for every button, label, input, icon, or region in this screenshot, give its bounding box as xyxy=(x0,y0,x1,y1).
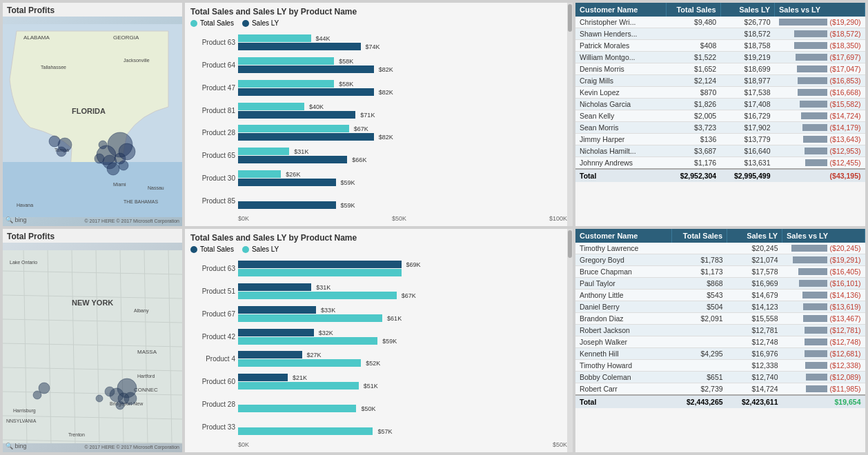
cell-vs-ly: ($13,643) xyxy=(775,134,865,145)
map-area: ALABAMAGEORGIATallahasseeJacksonvilleFLO… xyxy=(3,17,182,225)
vs-ly-value: ($14,179) xyxy=(830,123,861,132)
cell-name: Sean Kelly xyxy=(575,110,667,122)
table-row: Joseph Walker$12,748($12,748) xyxy=(575,336,865,348)
data-table: Customer NameTotal SalesSales LYSales vs… xyxy=(575,229,865,408)
cell-total-sales: $1,652 xyxy=(667,63,720,75)
sparkbar xyxy=(803,136,827,143)
cell-name: Patrick Morales xyxy=(575,40,667,52)
bar-row: Product 63$69K xyxy=(190,259,567,277)
bar-ly-label: $71K xyxy=(360,112,375,119)
cell-sales-ly: $18,758 xyxy=(720,40,774,52)
bar-row: Product 85$59K xyxy=(190,192,567,210)
scroll-thumb[interactable] xyxy=(568,4,572,32)
legend-item: Total Sales xyxy=(190,245,234,253)
bar-label: Product 65 xyxy=(190,152,235,159)
svg-point-18 xyxy=(99,141,107,149)
vs-ly-value: ($12,455) xyxy=(830,159,861,167)
cell-total-sales xyxy=(672,243,727,254)
table-header-row: Customer NameTotal SalesSales LYSales vs… xyxy=(575,229,865,243)
svg-text:Miami: Miami xyxy=(113,182,126,187)
map-copyright: © 2017 HERE © 2017 Microsoft Corporation xyxy=(84,445,179,449)
cell-sales-ly: $26,770 xyxy=(720,17,774,28)
svg-point-17 xyxy=(107,163,119,175)
bar-total: $27K xyxy=(238,351,302,358)
svg-text:Hartford: Hartford xyxy=(137,374,155,378)
legend-label: Sales LY xyxy=(252,19,279,27)
legend-dot xyxy=(242,246,249,253)
bar-total-label: $69K xyxy=(406,261,421,268)
svg-text:THE BAHAMAS: THE BAHAMAS xyxy=(124,199,159,204)
bar-row: Product 28$67K$82K xyxy=(190,124,567,142)
chart-panel-1: Total Sales and Sales LY by Product Name… xyxy=(185,229,573,452)
col-header-1: Total Sales xyxy=(672,229,727,243)
footer-cell-3: $19,654 xyxy=(782,395,865,408)
bar-ly: $50K xyxy=(238,405,356,412)
footer-cell-0: Total xyxy=(575,395,672,408)
vs-ly-value: ($12,089) xyxy=(830,373,861,381)
table-row: Sean Kelly$2,005$16,729($14,724) xyxy=(575,110,865,122)
bar-ly-label: $59K xyxy=(341,179,355,186)
chart-xaxis: $0K$50K xyxy=(190,441,567,448)
sparkbar xyxy=(801,112,827,119)
panel-row-1: Total ProfitsLake OntarioNEW YORKAlbanyM… xyxy=(3,229,865,452)
scrollbar[interactable] xyxy=(567,3,573,226)
sparkbar xyxy=(803,303,827,310)
map-title: Total Profits xyxy=(3,3,182,17)
sparkbar xyxy=(794,42,827,49)
bar-group: $67K$82K xyxy=(238,125,567,141)
vs-ly-value: ($12,681) xyxy=(830,350,861,358)
sparkbar xyxy=(793,256,827,263)
bar-label: Product 33 xyxy=(190,423,235,431)
bar-label: Product 63 xyxy=(190,39,235,46)
vs-ly-value: ($14,136) xyxy=(830,291,861,299)
vs-ly-value: ($13,467) xyxy=(830,314,861,323)
cell-name: Gregory Boyd xyxy=(575,254,672,266)
bar-group: $44K$74K xyxy=(238,34,567,50)
svg-point-53 xyxy=(105,387,115,396)
sparkbar xyxy=(805,159,827,166)
cell-sales-ly: $13,631 xyxy=(720,157,774,170)
cell-sales-ly: $16,640 xyxy=(720,145,774,157)
cell-vs-ly: ($13,619) xyxy=(782,301,865,313)
cell-vs-ly: ($14,179) xyxy=(775,122,865,134)
bar-ly: $67K xyxy=(238,292,397,299)
sparkbar xyxy=(779,19,827,26)
cell-total-sales: $2,739 xyxy=(672,383,727,396)
cell-vs-ly: ($17,047) xyxy=(775,63,865,75)
bar-group: $31K$67K xyxy=(238,283,567,299)
bar-label: Product 47 xyxy=(190,84,235,92)
cell-name: Bobby Coleman xyxy=(575,372,672,383)
bar-row: Product 33$57K xyxy=(190,418,567,436)
table-row: Robert Carr$2,739$14,724($11,985) xyxy=(575,383,865,396)
cell-total-sales: $136 xyxy=(667,134,720,145)
table-row: Nicholas Hamilt...$3,687$16,640($12,953) xyxy=(575,145,865,157)
cell-name: Johnny Andrews xyxy=(575,157,667,170)
cell-sales-ly: $12,740 xyxy=(727,372,782,383)
bar-group: $31K$66K xyxy=(238,148,567,163)
vs-ly-value: ($16,101) xyxy=(830,279,861,287)
panel-row-0: Total ProfitsALABAMAGEORGIATallahasseeJa… xyxy=(3,3,865,226)
sparkbar xyxy=(805,350,827,357)
cell-name: Jimmy Harper xyxy=(575,134,667,145)
sparkbar xyxy=(806,374,827,381)
vs-ly-value: ($11,985) xyxy=(830,385,861,393)
table-row: Christopher Wri...$9,480$26,770($19,290) xyxy=(575,17,865,28)
cell-sales-ly: $17,538 xyxy=(720,87,774,99)
cell-name: Christopher Wri... xyxy=(575,17,667,28)
table-row: Brandon Diaz$2,091$15,558($13,467) xyxy=(575,313,865,325)
bar-ly-label: $59K xyxy=(382,338,397,345)
vs-ly-value: ($15,582) xyxy=(830,100,861,108)
scrollbar[interactable] xyxy=(567,229,573,452)
xaxis-label: $0K xyxy=(238,441,249,448)
col-header-2: Sales LY xyxy=(720,3,774,17)
xaxis-label: $50K xyxy=(553,441,567,448)
vs-ly-value: ($17,047) xyxy=(830,65,861,73)
cell-vs-ly: ($13,467) xyxy=(782,313,865,325)
bing-logo: 🔍 bing xyxy=(6,443,27,449)
scroll-thumb[interactable] xyxy=(568,230,572,258)
table-row: Jimmy Harper$136$13,779($13,643) xyxy=(575,134,865,145)
cell-vs-ly: ($12,455) xyxy=(775,157,865,170)
bar-ly: $61K xyxy=(238,314,382,322)
table-panel-1: Customer NameTotal SalesSales LYSales vs… xyxy=(575,229,865,452)
chart-area: Product 63$44K$74KProduct 64$58K$82KProd… xyxy=(190,31,567,212)
